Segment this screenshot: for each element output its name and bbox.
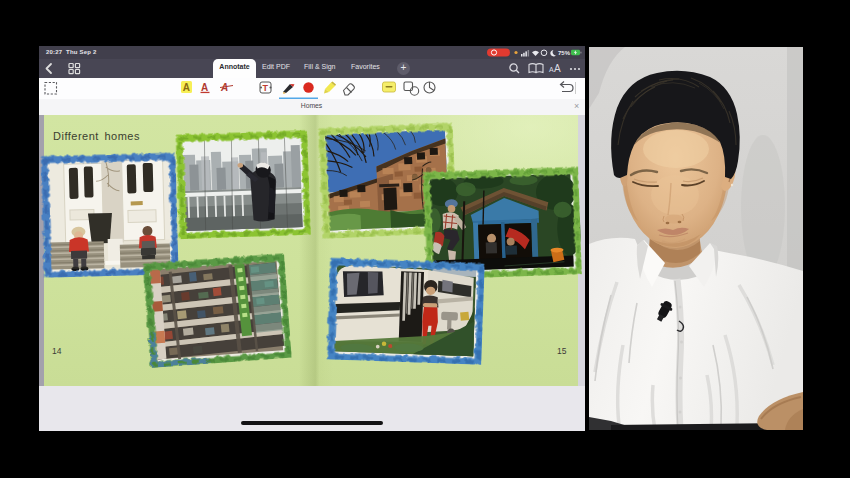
svg-text:T: T — [263, 83, 269, 93]
svg-text:A: A — [554, 63, 561, 74]
svg-text:75%: 75% — [558, 50, 571, 56]
svg-text:A: A — [201, 82, 208, 93]
svg-text:A: A — [183, 82, 190, 93]
